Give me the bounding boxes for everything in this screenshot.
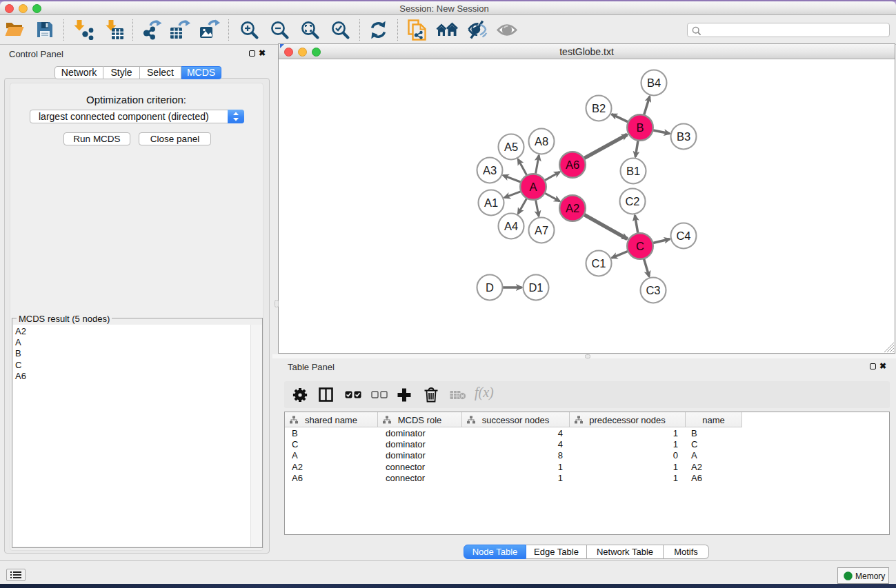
- svg-text:A3: A3: [483, 164, 497, 176]
- svg-text:A2: A2: [566, 202, 579, 214]
- svg-text:D1: D1: [528, 281, 543, 294]
- svg-text:A7: A7: [535, 224, 548, 236]
- svg-text:A1: A1: [484, 196, 498, 209]
- svg-text:A6: A6: [566, 159, 579, 171]
- svg-text:C4: C4: [676, 230, 690, 242]
- svg-text:C: C: [636, 240, 644, 252]
- svg-text:A8: A8: [535, 135, 548, 148]
- svg-text:B: B: [636, 121, 644, 134]
- svg-text:D: D: [486, 281, 494, 294]
- svg-text:A5: A5: [504, 141, 518, 153]
- svg-text:C3: C3: [646, 284, 660, 296]
- svg-text:A: A: [529, 181, 537, 193]
- svg-text:C2: C2: [625, 195, 639, 207]
- svg-text:B2: B2: [592, 102, 606, 114]
- svg-text:B4: B4: [647, 77, 661, 89]
- svg-text:C1: C1: [591, 257, 606, 270]
- svg-text:A4: A4: [504, 220, 518, 232]
- svg-text:B1: B1: [626, 165, 640, 177]
- svg-text:B3: B3: [677, 130, 690, 143]
